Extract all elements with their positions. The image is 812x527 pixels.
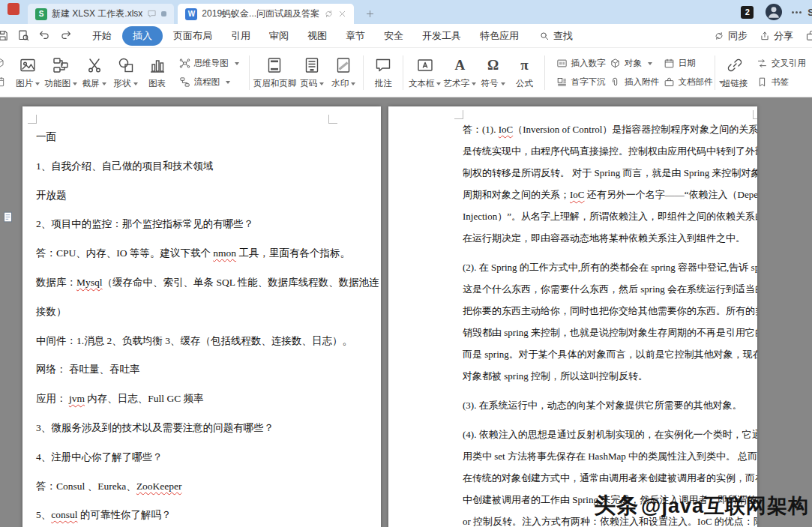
- avatar[interactable]: [766, 4, 782, 20]
- document-line: 中间件：1.消息 2、负载均衡 3、缓存（包括线程数、连接数、日志）。: [36, 327, 328, 356]
- right-edge-partial-label: S: [808, 7, 812, 18]
- tab-document[interactable]: W 2019蚂蚁金...问面试题及答案: [178, 4, 354, 24]
- sync-icon: [714, 31, 724, 41]
- menu-item[interactable]: 审阅: [261, 27, 297, 45]
- ribbon-separator: [363, 55, 364, 90]
- chevron-down-icon: [235, 62, 239, 67]
- spellcheck-marked-word: consul: [51, 509, 77, 520]
- wps-logo[interactable]: [7, 3, 19, 15]
- find-button[interactable]: 查找: [539, 29, 573, 43]
- crossref-icon: [757, 58, 768, 69]
- menu-item[interactable]: 视图: [299, 27, 335, 45]
- ribbon-button-bookmark[interactable]: 书签: [755, 76, 790, 88]
- menu-item[interactable]: 引用: [223, 27, 259, 45]
- ribbon-button-page-number[interactable]: 页码: [296, 55, 328, 91]
- ribbon-button-crossref[interactable]: 交叉引用: [755, 57, 808, 70]
- spellcheck-marked-word: IoC: [570, 189, 585, 200]
- document-line: 答：(1). IoC（Inversion of Control）是指容器控制程序…: [463, 118, 753, 140]
- menu-item[interactable]: 特色应用: [472, 27, 527, 45]
- document-area: 一面1、自我介绍、自己做的项目和技术领域开放题2、项目中的监控：那个监控指标常见…: [0, 97, 812, 527]
- ribbon-button-wordart[interactable]: A 艺术字: [442, 55, 478, 91]
- document-line: 在运行期决定，即由容器动态地将某种依赖关系注入到组件之中。: [463, 227, 753, 249]
- menu-item[interactable]: 安全: [376, 27, 412, 45]
- ribbon-button-dropcap[interactable]: 首字下沉: [555, 76, 607, 88]
- ribbon-button-object[interactable]: 对象: [608, 57, 654, 70]
- save-icon[interactable]: [0, 29, 9, 42]
- tab-title: 2019蚂蚁金...问面试题及答案: [202, 7, 319, 20]
- wordart-icon: A: [451, 56, 469, 75]
- document-line: 5、consul 的可靠性你了解吗？: [36, 501, 328, 527]
- watermark-handle: @java互联网架构: [641, 495, 809, 517]
- ribbon-button-hyperlink[interactable]: 超链接: [719, 55, 751, 91]
- header-footer-icon: [265, 56, 283, 74]
- ribbon-button-attachment[interactable]: 插入附件: [608, 76, 661, 88]
- document-line: 2、项目中的监控：那个监控指标常见的有哪些？: [36, 210, 328, 239]
- share-button[interactable]: 分享: [760, 29, 793, 43]
- ribbon-insert-tab: 图片 功能图 截屏 形状 图表 思维导图 流程图: [0, 48, 812, 97]
- ribbon-button-date[interactable]: 日期: [662, 57, 697, 70]
- chevron-down-icon: [73, 82, 77, 88]
- ribbon-reference-stack: 交叉引用 书签: [751, 57, 812, 88]
- ribbon-button-insert-number[interactable]: 插入数字: [555, 57, 607, 70]
- spellcheck-marked-word: jvm: [69, 393, 85, 404]
- ribbon-button-mindmap[interactable]: 思维导图: [178, 57, 241, 70]
- margin-corner-mark: [28, 115, 37, 124]
- tab-title: 新建 XLSX 工作表.xlsx: [52, 7, 142, 20]
- ribbon-button-screenshot[interactable]: 截屏: [79, 55, 110, 91]
- undo-icon[interactable]: [38, 29, 51, 42]
- chevron-down-icon: [351, 82, 355, 88]
- print-preview-icon[interactable]: [17, 29, 30, 42]
- menu-item[interactable]: 插入: [122, 26, 163, 46]
- document-line: 开放题: [36, 181, 328, 211]
- document-page-left[interactable]: 一面1、自我介绍、自己做的项目和技术领域开放题2、项目中的监控：那个监控指标常见…: [22, 106, 381, 527]
- chevron-down-icon: [319, 82, 324, 88]
- formula-icon: π: [515, 56, 534, 75]
- chevron-down-icon: [102, 82, 106, 88]
- ribbon-small-grid: 插入数字 首字下沉 对象 插入附件 日期 文档部件: [549, 57, 711, 88]
- document-line: 一面: [36, 123, 328, 152]
- ribbon-button-formula[interactable]: π 公式: [509, 55, 541, 91]
- menu-item[interactable]: 开始: [84, 27, 120, 45]
- ribbon-button-header-footer[interactable]: 页眉和页脚: [253, 55, 297, 91]
- ribbon-button-watermark[interactable]: 水印: [328, 55, 359, 91]
- document-line: 网络： 吞吐量、吞吐率: [36, 355, 328, 385]
- document-line: 3、微服务涉及到的技术以及需要注意的问题有哪些？: [36, 414, 328, 443]
- sync-label: 同步: [728, 29, 748, 43]
- tab-close-icon[interactable]: [338, 10, 346, 18]
- ribbon-button-comment[interactable]: 批注: [367, 55, 399, 91]
- object-icon: [610, 58, 621, 69]
- new-tab-button[interactable]: [365, 9, 375, 19]
- clipped-icon: [0, 57, 5, 69]
- nav-pane-toggle-icon[interactable]: [1, 210, 14, 224]
- ribbon-button-symbol[interactable]: Ω 符号: [478, 55, 509, 91]
- redo-icon[interactable]: [59, 29, 72, 42]
- ribbon-separator: [403, 55, 403, 90]
- sync-button[interactable]: 同步: [714, 29, 748, 43]
- ribbon-separator: [715, 55, 715, 90]
- ribbon-button-textbox[interactable]: 文本框: [407, 55, 442, 91]
- document-page-right[interactable]: 答：(1). IoC（Inversion of Control）是指容器控制程序…: [388, 106, 757, 527]
- ribbon-button-shapes[interactable]: 形状: [110, 55, 142, 91]
- document-line: 答：CPU、内存、IO 等等。建议下载个 nmon 工具，里面有各个指标。: [36, 239, 328, 268]
- chevron-down-icon: [436, 82, 441, 88]
- menu-item[interactable]: 页面布局: [165, 27, 220, 45]
- more-icon[interactable]: [792, 11, 802, 13]
- insert-number-icon: [556, 58, 568, 69]
- ribbon-button-flowchart[interactable]: 流程图: [178, 76, 232, 88]
- docpart-icon: [664, 76, 675, 88]
- notification-badge[interactable]: 2: [741, 6, 754, 19]
- edge-cut-icon[interactable]: [805, 29, 812, 42]
- chevron-down-icon: [648, 62, 652, 67]
- tab-spreadsheet[interactable]: S 新建 XLSX 工作表.xlsx: [28, 4, 174, 24]
- ribbon-button-chart[interactable]: 图表: [142, 55, 173, 91]
- tab-sync-icon: [324, 9, 334, 19]
- menu-item[interactable]: 章节: [337, 27, 373, 45]
- ribbon-separator: [249, 55, 250, 90]
- ribbon-button-picture[interactable]: 图片: [12, 55, 43, 91]
- menu-item[interactable]: 开发工具: [414, 27, 469, 45]
- picture-icon: [19, 56, 37, 74]
- search-icon: [539, 31, 550, 41]
- chevron-down-icon: [226, 81, 230, 86]
- spreadsheet-app-icon: S: [35, 8, 47, 20]
- ribbon-button-function-diagram[interactable]: 功能图: [43, 55, 79, 91]
